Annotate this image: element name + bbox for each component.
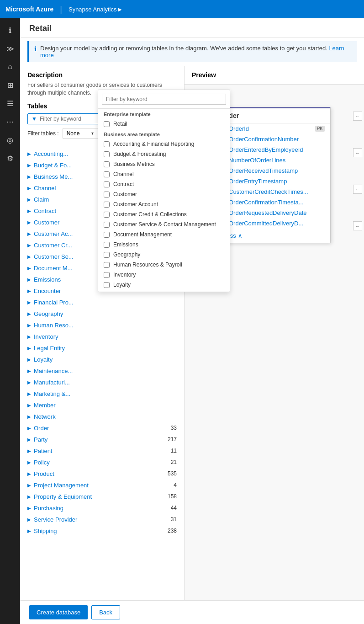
dropdown-checkbox[interactable] xyxy=(104,242,110,248)
table-item[interactable]: ▶ Human Reso... xyxy=(22,320,182,331)
dropdown-item[interactable]: Emissions xyxy=(98,240,230,250)
chevron-right-icon: ▶ xyxy=(27,197,31,202)
dropdown-checkbox[interactable] xyxy=(104,212,110,218)
dropdown-item[interactable]: Customer Account xyxy=(98,199,230,209)
dropdown-checkbox[interactable] xyxy=(104,161,110,167)
business-section-title: Business area template xyxy=(98,129,230,139)
sidebar-icon-flow[interactable]: ⋯ xyxy=(2,113,18,130)
dropdown-checkbox[interactable] xyxy=(104,202,110,208)
table-item[interactable]: ▶ Network xyxy=(22,411,182,422)
dropdown-item[interactable]: Loyalty xyxy=(98,280,230,290)
dropdown-item[interactable]: Accounting & Financial Reporting xyxy=(98,139,230,149)
dropdown-item[interactable]: Human Resources & Payroll xyxy=(98,260,230,270)
chevron-right-icon: ▶ xyxy=(27,368,31,373)
dropdown-label: Loyalty xyxy=(113,282,131,288)
dropdown-label: Human Resources & Payroll xyxy=(113,261,182,268)
dropdown-item[interactable]: Customer Credit & Collections xyxy=(98,209,230,219)
dropdown-item[interactable]: Manufacturing (Continuous) xyxy=(98,290,230,292)
table-item[interactable]: ▶ Service Provider 31 xyxy=(22,514,182,525)
table-item[interactable]: ▶ Maintenance... xyxy=(22,365,182,377)
dropdown-item[interactable]: Customer Service & Contact Management xyxy=(98,219,230,229)
table-count: 31 xyxy=(171,516,177,523)
back-button[interactable]: Back xyxy=(91,605,120,619)
sidebar-icon-tools[interactable]: ⚙ xyxy=(2,150,18,166)
dropdown-item[interactable]: Customer xyxy=(98,189,230,199)
dropdown-checkbox[interactable] xyxy=(104,192,110,197)
table-item[interactable]: ▶ Marketing &... xyxy=(22,388,182,400)
dropdown-item[interactable]: Contract xyxy=(98,179,230,189)
table-item[interactable]: ▶ Loyalty xyxy=(22,354,182,365)
field-name: NumberOfOrderLines xyxy=(229,157,325,164)
dropdown-checkbox[interactable] xyxy=(104,262,110,268)
dropdown-item[interactable]: Inventory xyxy=(98,270,230,280)
dropdown-checkbox[interactable] xyxy=(104,181,110,187)
filter-icon: ▼ xyxy=(32,116,37,122)
chevron-right-icon: ▶ xyxy=(27,528,31,533)
table-item[interactable]: ▶ Geography xyxy=(22,308,182,320)
dropdown-item-retail[interactable]: Retail xyxy=(98,119,230,129)
filter-dropdown: Enterprise template Retail Business area… xyxy=(98,90,230,292)
dropdown-checkbox[interactable] xyxy=(104,222,110,228)
sidebar-icon-monitor[interactable]: ◎ xyxy=(2,132,18,148)
arrow-button-1[interactable]: ← xyxy=(353,112,362,121)
dropdown-item[interactable]: Document Management xyxy=(98,229,230,240)
table-item[interactable]: ▶ Patient 11 xyxy=(22,445,182,457)
table-item[interactable]: ▶ Product 535 xyxy=(22,468,182,480)
table-item[interactable]: ▶ Member xyxy=(22,400,182,411)
table-item[interactable]: ▶ Party 217 xyxy=(22,434,182,445)
field-name: OrderCommittedDeliveryD... xyxy=(229,220,325,227)
chevron-right-icon: ▶ xyxy=(27,506,31,511)
dropdown-checkbox[interactable] xyxy=(104,171,110,177)
dropdown-checkbox[interactable] xyxy=(104,272,110,278)
table-item[interactable]: ▶ Financial Pro... xyxy=(22,297,182,308)
dropdown-item[interactable]: Business Metrics xyxy=(98,159,230,169)
table-name: Member xyxy=(34,402,177,409)
dropdown-checkbox[interactable] xyxy=(104,252,110,258)
table-item[interactable]: ▶ Policy 21 xyxy=(22,457,182,468)
enterprise-section-title: Enterprise template xyxy=(98,109,230,119)
dropdown-checkbox-retail[interactable] xyxy=(104,121,110,127)
dropdown-checkbox[interactable] xyxy=(104,141,110,147)
dropdown-item[interactable]: Geography xyxy=(98,250,230,260)
table-item[interactable]: ▶ Shipping 238 xyxy=(22,525,182,537)
field-name: OrderRequestedDeliveryDate xyxy=(229,209,325,216)
create-database-button[interactable]: Create database xyxy=(29,605,88,619)
pk-badge: PK xyxy=(315,126,325,132)
sidebar-icon-data[interactable]: ⊞ xyxy=(2,77,18,93)
table-item[interactable]: ▶ Legal Entity xyxy=(22,342,182,354)
sidebar-icon-info[interactable]: ℹ xyxy=(2,22,18,38)
arrow-button-3[interactable]: ← xyxy=(353,185,362,194)
dropdown-item[interactable]: Budget & Forecasting xyxy=(98,149,230,159)
field-name: OrderConfirmationNumber xyxy=(229,136,325,143)
dropdown-checkbox[interactable] xyxy=(104,151,110,157)
chevron-right-icon: ▶ xyxy=(27,403,31,408)
arrow-button-4[interactable]: ← xyxy=(353,221,362,230)
dropdown-label: Customer xyxy=(113,191,137,197)
table-item[interactable]: ▶ Order 33 xyxy=(22,422,182,434)
field-name: OrderEnteredByEmployeeId xyxy=(229,146,325,153)
table-name: Geography xyxy=(34,310,177,317)
arrow-button-2[interactable]: ← xyxy=(353,148,362,157)
field-name: OrderConfirmationTimesta... xyxy=(229,199,325,206)
table-name: Inventory xyxy=(34,333,177,340)
chevron-right-icon: ▶ xyxy=(27,483,31,488)
sidebar-icon-document[interactable]: ☰ xyxy=(2,95,18,112)
sidebar-icon-home[interactable]: ⌂ xyxy=(2,59,18,75)
dropdown-checkbox[interactable] xyxy=(104,282,110,288)
table-name: Maintenance... xyxy=(34,368,177,374)
dropdown-search-input[interactable] xyxy=(102,94,226,105)
info-text: Design your model by adding or removing … xyxy=(40,45,351,59)
table-item[interactable]: ▶ Project Management 4 xyxy=(22,480,182,491)
sidebar-icon-expand[interactable]: ≫ xyxy=(2,40,18,57)
chevron-right-icon: ▶ xyxy=(27,311,31,316)
content-area: Description For sellers of consumer good… xyxy=(20,66,364,600)
dropdown-item[interactable]: Channel xyxy=(98,169,230,179)
table-item[interactable]: ▶ Inventory xyxy=(22,331,182,342)
table-item[interactable]: ▶ Manufacturi... xyxy=(22,377,182,388)
table-item[interactable]: ▶ Purchasing 44 xyxy=(22,502,182,514)
dropdown-label: Contract xyxy=(113,181,134,187)
table-item[interactable]: ▶ Property & Equipment 158 xyxy=(22,491,182,502)
table-name: Product xyxy=(34,470,168,477)
dropdown-checkbox[interactable] xyxy=(104,232,110,238)
dropdown-label: Customer Account xyxy=(113,201,158,208)
